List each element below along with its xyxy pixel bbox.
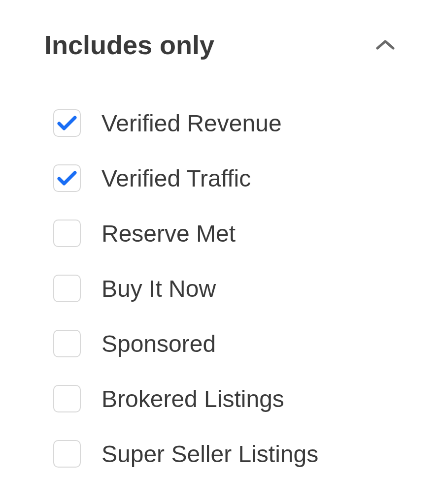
checkbox-input[interactable] (53, 109, 81, 137)
checkbox-input[interactable] (53, 164, 81, 192)
checkbox-label: Brokered Listings (101, 385, 284, 412)
checkbox-item-sponsored[interactable]: Sponsored (53, 330, 395, 357)
checkbox-item-brokered-listings[interactable]: Brokered Listings (53, 385, 395, 412)
checkbox-item-verified-traffic[interactable]: Verified Traffic (53, 164, 395, 192)
checkbox-label: Sponsored (101, 330, 216, 357)
checkbox-label: Verified Traffic (101, 165, 251, 192)
checkbox-input[interactable] (53, 385, 81, 412)
checkbox-input[interactable] (53, 330, 81, 357)
checkbox-item-verified-revenue[interactable]: Verified Revenue (53, 109, 395, 137)
checkbox-label: Super Seller Listings (101, 441, 318, 468)
checkbox-input[interactable] (53, 220, 81, 247)
checkbox-item-buy-it-now[interactable]: Buy It Now (53, 275, 395, 302)
checkbox-item-super-seller-listings[interactable]: Super Seller Listings (53, 440, 395, 468)
checkbox-label: Reserve Met (101, 220, 236, 247)
checkbox-item-reserve-met[interactable]: Reserve Met (53, 220, 395, 247)
checkbox-list: Verified Revenue Verified Traffic Reserv… (44, 109, 395, 468)
chevron-up-icon (376, 39, 395, 50)
filter-section-header[interactable]: Includes only (44, 30, 395, 60)
checkbox-label: Verified Revenue (101, 110, 282, 137)
checkbox-label: Buy It Now (101, 275, 216, 302)
checkbox-input[interactable] (53, 275, 81, 302)
checkbox-input[interactable] (53, 440, 81, 468)
filter-section-includes-only: Includes only Verified Revenue Verified … (44, 30, 395, 468)
filter-section-title: Includes only (44, 30, 214, 60)
